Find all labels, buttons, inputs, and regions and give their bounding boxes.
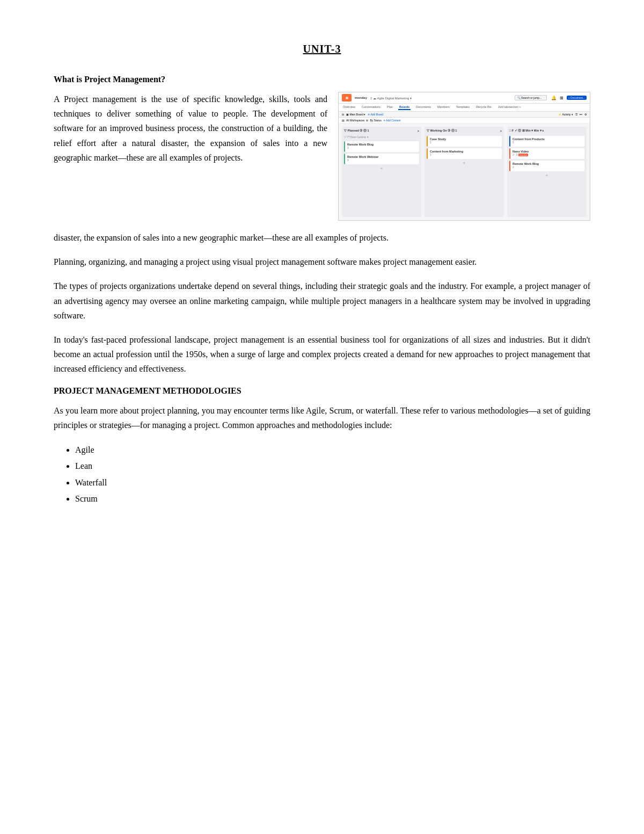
ss-activity-btn[interactable]: ⚡ Activity ▾ — [558, 113, 573, 116]
ss-col-planned-header: ▽ Planned ② ⓪ 1 > — [344, 129, 419, 133]
nav-conversations[interactable]: Conversations — [361, 105, 382, 110]
ss-card-nano-video: Nano Video ⏱ 3 overdue — [509, 148, 584, 159]
ss-card-content-products: Content from Products 3 — [509, 136, 584, 147]
screenshot-inner: ▣ monday ≡ ☁ Agile Digital Marketing ▾ 🔍… — [339, 92, 590, 220]
nav-documents[interactable]: Documents — [415, 105, 432, 110]
screenshot-image: ▣ monday ≡ ☁ Agile Digital Marketing ▾ 🔍… — [338, 92, 590, 221]
ss-card-content-marketing: Content from Marketing 3 — [427, 148, 502, 159]
ss-view-toggle[interactable]: ☰ — [575, 113, 577, 116]
intro-block: A Project management is the use of speci… — [54, 92, 590, 221]
section2-intro: As you learn more about project planning… — [54, 403, 590, 432]
para3: The types of projects organizations unde… — [54, 279, 590, 323]
ss-filter-icon2: ⊟ — [366, 119, 368, 122]
nav-boards[interactable]: Boards — [398, 105, 411, 110]
methodology-list: Agile Lean Waterfall Scrum — [75, 442, 590, 507]
ss-planned-filter: ▽ YT Base Customs ▾ — [344, 136, 419, 139]
ss-add-content[interactable]: ✛ Add Content — [383, 119, 401, 122]
list-item-lean: Lean — [75, 458, 590, 474]
ss-card-remote-work-blog: Remote Work Blog 3 — [344, 141, 419, 152]
ss-topbar: ▣ monday ≡ ☁ Agile Digital Marketing ▾ 🔍… — [339, 92, 590, 104]
ss-board-area: ▽ Planned ② ⓪ 1 > ▽ YT Base Customs ▾ Re… — [339, 124, 590, 220]
ss-main-board-label: ▣ Main Board ▾ — [346, 113, 365, 116]
ss-app-name: monday — [355, 96, 367, 99]
list-item-scrum: Scrum — [75, 491, 590, 507]
nav-add-tab[interactable]: Add tab/section + — [497, 105, 522, 110]
ss-card-remote-work-webinar: Remote Work Webinar 3 — [344, 154, 419, 164]
ss-col-working-header: ▽ Working On ② ⓪ 1 > — [427, 129, 502, 133]
nav-overview[interactable]: Overview — [342, 105, 356, 110]
nav-members[interactable]: Members — [436, 105, 451, 110]
ss-column-planned: ▽ Planned ② ⓪ 1 > ▽ YT Base Customs ▾ Re… — [342, 127, 421, 217]
ss-card-done-remote-blog: Remote Work Blog 3 — [509, 161, 584, 171]
intro-left-text: A Project management is the use of speci… — [54, 92, 327, 165]
section2-heading: PROJECT MANAGEMENT METHODOLOGIES — [54, 386, 590, 396]
ss-done-add[interactable]: + — [509, 173, 584, 178]
para2: Planning, organizing, and managing a pro… — [54, 255, 590, 269]
ss-document-button: + Document... — [567, 96, 587, 100]
para4: In today's fast-paced professional lands… — [54, 332, 590, 376]
ss-toolbar: ⊟ ▣ Main Board ▾ ✛ Add Board ⚡ Activity … — [339, 112, 590, 118]
ss-column-done: □ F ✓ ⓪ ⊞ Min ▾ Min ▾ s Content from Pro… — [507, 127, 587, 217]
ss-column-working-on: ▽ Working On ② ⓪ 1 > Case Study 3 Conten… — [425, 127, 504, 217]
ss-project-name: ≡ ☁ Agile Digital Marketing ▾ — [370, 96, 412, 100]
ss-add-board[interactable]: ✛ Add Board — [368, 113, 383, 116]
list-item-agile: Agile — [75, 442, 590, 458]
ss-apps-icon: ⊞ — [560, 96, 564, 100]
page-title: UNIT-3 — [54, 43, 590, 55]
nav-templates[interactable]: Templates — [455, 105, 471, 110]
ss-card-case-study: Case Study 3 — [427, 136, 502, 147]
ss-all-workspaces: All Workspaces — [346, 119, 364, 122]
ss-logo-icon: ▣ — [342, 94, 352, 101]
list-item-waterfall: Waterfall — [75, 475, 590, 491]
ss-working-add[interactable]: + — [427, 161, 502, 166]
ss-settings-icon[interactable]: ⚙ — [584, 113, 587, 116]
ss-planned-add[interactable]: + — [344, 166, 419, 171]
ss-by-status: By Status — [370, 119, 381, 122]
section1-heading: What is Project Management? — [54, 75, 590, 84]
intro-continuation: disaster, the expansion of sales into a … — [54, 230, 590, 245]
ss-filter-bar: ▤ All Workspaces ⊟ By Status ✛ Add Conte… — [339, 118, 590, 124]
nav-plan[interactable]: Plan — [386, 105, 394, 110]
nav-recycle-bin[interactable]: Recycle Bin — [475, 105, 493, 110]
ss-more-options[interactable]: ••• — [580, 113, 582, 116]
ss-col-done-header: □ F ✓ ⓪ ⊞ Min ▾ Min ▾ s — [509, 129, 584, 133]
ss-workspace-icon: ▤ — [342, 119, 345, 122]
ss-search-bar: 🔍 Search or jump... — [515, 95, 547, 100]
ss-filter-icon: ⊟ — [342, 113, 344, 116]
ss-notif-icon: 🔔 — [551, 96, 557, 100]
ss-nav: Overview Conversations Plan Boards Docum… — [339, 104, 590, 112]
